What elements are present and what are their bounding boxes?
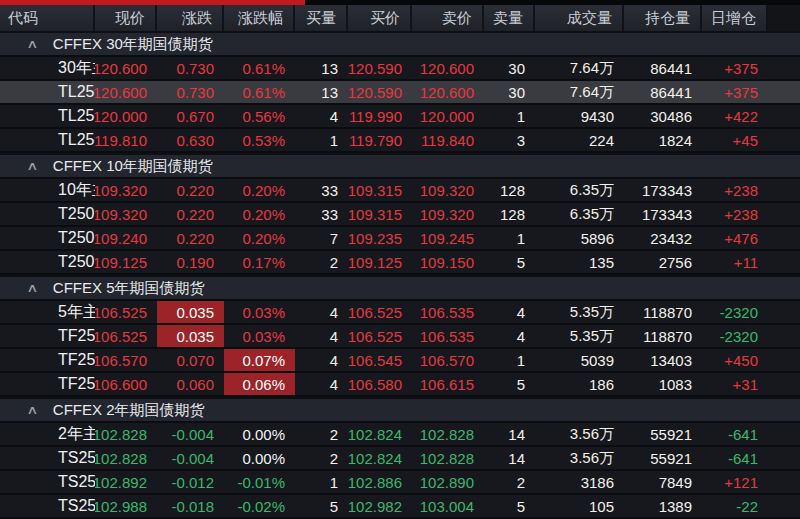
cell-oi: 118870 [624,325,702,347]
cell-ask: 120.600 [412,81,484,103]
cell-bid: 109.315 [348,203,412,225]
cell-change: -0.012 [157,471,224,493]
table-row[interactable]: TF2503106.5250.0350.03%4106.525106.53545… [0,325,800,349]
table-row[interactable]: TF2506106.5700.0700.07%4106.545106.57015… [0,349,800,373]
table-row[interactable]: 30年主连120.6000.7300.61%13120.590120.60030… [0,57,800,81]
table-row[interactable]: TF2509106.6000.0600.06%4106.580106.61551… [0,373,800,397]
cell-ask: 109.320 [412,203,484,225]
cell-volume: 135 [535,251,624,273]
cell-bid: 119.990 [348,105,412,127]
cell-change: 0.190 [157,251,224,273]
cell-price: 109.320 [95,203,157,225]
cell-daily: +476 [702,227,768,249]
collapse-caret-icon: ∧ [26,281,38,295]
column-header-code[interactable]: 代码 [0,5,95,31]
table-row[interactable]: T2506109.2400.2200.20%7109.235109.245158… [0,227,800,251]
cell-bid: 102.886 [348,471,412,493]
column-header-change[interactable]: 涨跌 [157,5,224,31]
row-filler [768,81,800,103]
cell-code: TL2503 [0,81,95,103]
cell-change_pct: 0.53% [224,129,295,151]
table-row[interactable]: TS2503102.828-0.0040.00%2102.824102.8281… [0,447,800,471]
cell-ask: 106.535 [412,301,484,323]
column-header-price[interactable]: 现价 [95,5,157,31]
cell-change_pct: 0.20% [224,179,295,201]
table-row[interactable]: TL2503120.6000.7300.61%13120.590120.6003… [0,81,800,105]
table-row[interactable]: TL2506120.0000.6700.56%4119.990120.00019… [0,105,800,129]
cell-ask: 119.840 [412,129,484,151]
cell-bid_vol: 2 [295,423,348,445]
column-header-bid[interactable]: 买价 [348,5,412,31]
cell-change: 0.220 [157,179,224,201]
cell-volume: 5.35万 [535,301,624,323]
cell-oi: 55921 [624,423,702,445]
cell-change: -0.018 [157,495,224,517]
row-filler [768,129,800,151]
table-row[interactable]: 10年主连109.3200.2200.20%33109.315109.32012… [0,179,800,203]
table-row[interactable]: TL2509119.8100.6300.53%1119.790119.84032… [0,129,800,153]
cell-daily: -641 [702,447,768,469]
cell-change_pct: 0.56% [224,105,295,127]
row-filler [768,423,800,445]
table-row[interactable]: TS2506102.892-0.012-0.01%1102.886102.890… [0,471,800,495]
cell-ask_vol: 1 [484,349,535,371]
cell-change_pct: 0.06% [224,373,295,395]
cell-bid: 120.590 [348,81,412,103]
table-row[interactable]: T2509109.1250.1900.17%2109.125109.150513… [0,251,800,275]
cell-change_pct: 0.03% [224,301,295,323]
column-header-daily[interactable]: 日增仓 [702,5,768,31]
cell-ask_vol: 2 [484,471,535,493]
section-header[interactable]: ∧CFFEX 30年期国债期货 [0,33,800,57]
table-row[interactable]: 2年主连102.828-0.0040.00%2102.824102.828143… [0,423,800,447]
cell-bid_vol: 4 [295,349,348,371]
column-header-ask[interactable]: 卖价 [412,5,484,31]
column-header-change_pct[interactable]: 涨跌幅 [224,5,295,31]
cell-daily: -2320 [702,325,768,347]
cell-change: 0.070 [157,349,224,371]
cell-bid_vol: 5 [295,495,348,517]
cell-change_pct: 0.61% [224,81,295,103]
cell-code: TF2506 [0,349,95,371]
section-header[interactable]: ∧CFFEX 2年期国债期货 [0,399,800,423]
cell-change: 0.220 [157,203,224,225]
section-title: CFFEX 2年期国债期货 [53,401,205,420]
cell-ask: 102.828 [412,423,484,445]
cell-ask_vol: 128 [484,179,535,201]
cell-bid: 102.824 [348,447,412,469]
cell-price: 120.000 [95,105,157,127]
column-header-ask_vol[interactable]: 卖量 [484,5,535,31]
section: ∧CFFEX 30年期国债期货30年主连120.6000.7300.61%131… [0,33,800,153]
cell-code: TS2509 [0,495,95,517]
cell-price: 119.810 [95,129,157,151]
column-header-bid_vol[interactable]: 买量 [295,5,348,31]
cell-code: TF2509 [0,373,95,395]
table-row[interactable]: TS2509102.988-0.018-0.02%5102.982103.004… [0,495,800,519]
row-filler [768,105,800,127]
cell-ask_vol: 1 [484,227,535,249]
cell-change: -0.004 [157,423,224,445]
cell-price: 106.600 [95,373,157,395]
section-header[interactable]: ∧CFFEX 10年期国债期货 [0,155,800,179]
column-header-oi[interactable]: 持仓量 [624,5,702,31]
cell-bid_vol: 1 [295,471,348,493]
column-header-volume[interactable]: 成交量 [535,5,624,31]
cell-oi: 30486 [624,105,702,127]
cell-volume: 224 [535,129,624,151]
collapse-caret-icon: ∧ [26,37,38,51]
cell-volume: 6.35万 [535,203,624,225]
section-header[interactable]: ∧CFFEX 5年期国债期货 [0,277,800,301]
table-row[interactable]: 5年主连106.5250.0350.03%4106.525106.53545.3… [0,301,800,325]
cell-bid: 106.525 [348,325,412,347]
cell-ask_vol: 3 [484,129,535,151]
cell-bid: 109.125 [348,251,412,273]
cell-ask_vol: 128 [484,203,535,225]
cell-code: TL2509 [0,129,95,151]
cell-price: 109.240 [95,227,157,249]
cell-daily: +450 [702,349,768,371]
cell-oi: 1083 [624,373,702,395]
cell-bid: 106.545 [348,349,412,371]
table-row[interactable]: T2503109.3200.2200.20%33109.315109.32012… [0,203,800,227]
cell-volume: 9430 [535,105,624,127]
row-filler [768,373,800,395]
cell-change: 0.060 [157,373,224,395]
